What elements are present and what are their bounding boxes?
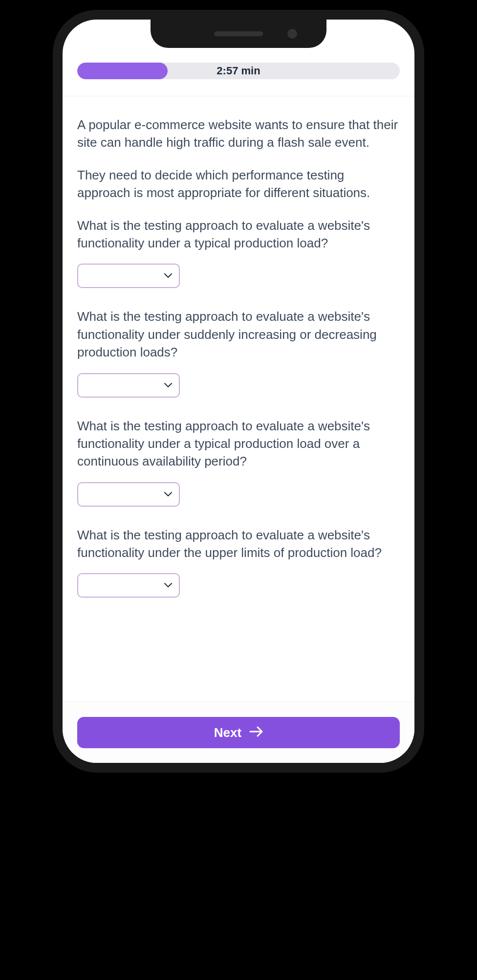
answer-select-4[interactable] bbox=[77, 573, 180, 598]
phone-frame: 2:57 min A popular e-commerce website wa… bbox=[53, 10, 424, 773]
phone-notch bbox=[151, 20, 326, 48]
content-area: 2:57 min A popular e-commerce website wa… bbox=[63, 20, 414, 763]
scenario-paragraph-1: A popular e-commerce website wants to en… bbox=[77, 116, 400, 152]
progress-bar: 2:57 min bbox=[77, 63, 400, 79]
question-4-text: What is the testing approach to evaluate… bbox=[77, 526, 400, 562]
question-2-text: What is the testing approach to evaluate… bbox=[77, 308, 400, 361]
question-3-text: What is the testing approach to evaluate… bbox=[77, 417, 400, 470]
timer-text: 2:57 min bbox=[217, 65, 260, 77]
scroll-content[interactable]: A popular e-commerce website wants to en… bbox=[63, 96, 414, 702]
next-button[interactable]: Next bbox=[77, 717, 400, 748]
select-wrapper-1 bbox=[77, 264, 180, 288]
camera-icon bbox=[287, 29, 297, 39]
speaker-icon bbox=[214, 31, 263, 36]
progress-fill bbox=[77, 63, 168, 79]
arrow-right-icon bbox=[249, 725, 263, 740]
answer-select-1[interactable] bbox=[77, 264, 180, 288]
question-1-text: What is the testing approach to evaluate… bbox=[77, 217, 400, 252]
progress-section: 2:57 min bbox=[63, 63, 414, 89]
select-wrapper-3 bbox=[77, 482, 180, 507]
select-wrapper-2 bbox=[77, 373, 180, 398]
answer-select-3[interactable] bbox=[77, 482, 180, 507]
footer-section: Next bbox=[63, 702, 414, 763]
select-wrapper-4 bbox=[77, 573, 180, 598]
phone-screen: 2:57 min A popular e-commerce website wa… bbox=[63, 20, 414, 763]
next-button-label: Next bbox=[214, 725, 241, 740]
answer-select-2[interactable] bbox=[77, 373, 180, 398]
scenario-paragraph-2: They need to decide which performance te… bbox=[77, 166, 400, 202]
